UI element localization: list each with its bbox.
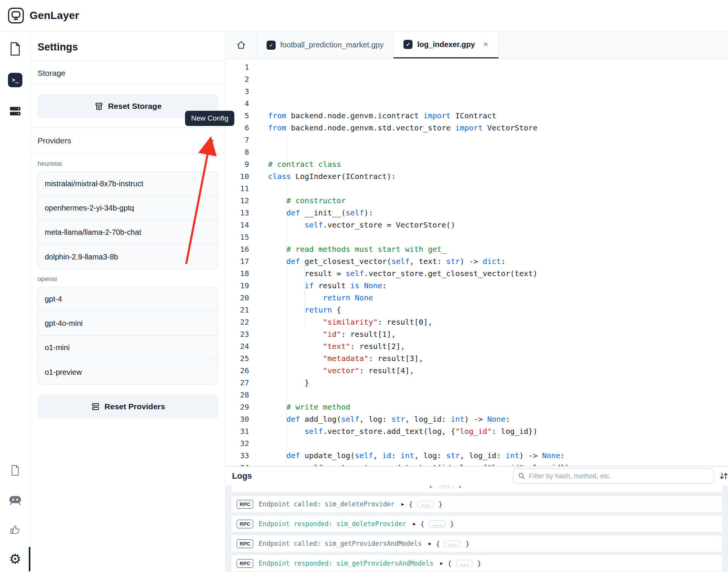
tab-strip: ✓football_prediction_market.gpy✓log_inde… — [226, 31, 728, 59]
provider-model-item[interactable]: meta-llama/llama-2-70b-chat — [38, 220, 218, 245]
line-number: 32 — [226, 437, 249, 449]
collapsed-json-pill[interactable]: ... — [456, 560, 472, 567]
code-line: def __init__(self): — [268, 207, 728, 219]
collapsed-json-pill[interactable]: ... — [437, 486, 453, 488]
provider-group-label: openai — [38, 275, 218, 283]
expand-icon[interactable]: ▶ — [413, 521, 416, 526]
code-line: def get_closest_vector(self, text: str) … — [268, 255, 728, 267]
code-line: if result is None: — [268, 280, 728, 292]
expand-icon[interactable]: ▶ — [440, 561, 443, 566]
main-layout: >_ — [0, 31, 728, 572]
line-number: 19 — [226, 280, 249, 292]
line-number: 26 — [226, 365, 249, 377]
add-provider-config-button[interactable]: + — [203, 133, 218, 148]
logs-header: Logs — [226, 467, 728, 486]
line-number: 27 — [226, 377, 249, 389]
tab-label: football_prediction_market.gpy — [280, 41, 383, 49]
code-line: from backend.node.genvm.std.vector_store… — [268, 122, 728, 134]
rail-item-storage[interactable] — [5, 101, 26, 122]
line-number: 29 — [226, 401, 249, 413]
rail-item-discord[interactable] — [5, 489, 26, 511]
rail-item-terminal[interactable]: >_ — [5, 69, 26, 91]
tab-close-icon[interactable]: × — [483, 39, 488, 49]
code-line: self.vector_store.add_text(log, {"log_id… — [268, 425, 728, 437]
code-line: "id": result[1], — [268, 328, 728, 340]
brand-name: GenLayer — [30, 9, 79, 22]
line-number: 14 — [226, 219, 249, 231]
provider-group-box: gpt-4gpt-4o-minio1-minio1-preview — [38, 287, 218, 385]
provider-groups: heuristaimistralai/mixtral-8x7b-instruct… — [31, 160, 225, 385]
home-tab[interactable] — [226, 31, 257, 58]
provider-model-item[interactable]: gpt-4o-mini — [38, 311, 218, 336]
collapsed-json-pill[interactable]: ... — [417, 501, 434, 508]
logs-list: {...}RPCEndpoint called: sim_deleteProvi… — [226, 486, 728, 572]
code-line: "similarity": result[0], — [268, 316, 728, 328]
code-line — [268, 134, 728, 146]
provider-model-item[interactable]: openhermes-2-yi-34b-gptq — [38, 196, 218, 220]
log-entry[interactable]: RPCEndpoint called: sim_deleteProvider▶{… — [231, 495, 723, 513]
provider-model-item[interactable]: mistralai/mixtral-8x7b-instruct — [38, 172, 218, 196]
code-line — [268, 146, 728, 158]
reset-storage-label: Reset Storage — [108, 102, 162, 111]
trash-archive-icon — [94, 102, 104, 111]
line-number: 7 — [226, 134, 249, 146]
logs-panel: Logs {...}RPCE — [226, 466, 728, 572]
gpy-file-icon: ✓ — [267, 41, 276, 50]
storage-drive-icon — [8, 104, 22, 118]
line-number: 34 — [226, 462, 249, 466]
rail-top-group: >_ — [5, 38, 26, 122]
line-number: 9 — [226, 158, 249, 170]
rpc-badge: RPC — [237, 500, 253, 509]
code-line: # write method — [268, 401, 728, 413]
rail-item-feedback[interactable] — [5, 519, 26, 540]
logs-filter — [513, 468, 714, 484]
tab-log_indexer.gpy[interactable]: ✓log_indexer.gpy× — [394, 31, 498, 58]
line-number: 33 — [226, 449, 249, 462]
log-entry[interactable]: RPCEndpoint called: sim_getProvidersAndM… — [231, 535, 723, 552]
brace-open: { — [428, 486, 433, 489]
line-number: 2 — [226, 73, 249, 85]
expand-icon[interactable]: ▶ — [402, 501, 404, 507]
collapsed-json-pill[interactable]: ... — [444, 540, 461, 547]
rail-item-contracts[interactable] — [5, 38, 26, 60]
log-entry[interactable]: RPCEndpoint responded: sim_getProvidersA… — [231, 555, 723, 572]
line-number: 11 — [226, 182, 249, 195]
code-line — [268, 182, 728, 195]
tab-football_prediction_market.gpy[interactable]: ✓football_prediction_market.gpy — [257, 31, 394, 58]
rail-item-docs[interactable] — [5, 460, 26, 481]
rail-item-settings[interactable]: ⚙ — [5, 548, 26, 570]
provider-model-item[interactable]: gpt-4 — [38, 287, 218, 311]
contract-file-icon — [8, 41, 22, 57]
line-number: 25 — [226, 352, 249, 365]
brace-close: } — [450, 520, 454, 528]
line-number: 8 — [226, 146, 249, 158]
reset-providers-button[interactable]: Reset Providers — [38, 394, 218, 419]
provider-model-item[interactable]: dolphin-2.9-llama3-8b — [38, 245, 218, 269]
provider-model-item[interactable]: o1-preview — [38, 360, 218, 384]
log-entry[interactable]: RPCEndpoint responded: sim_deleteProvide… — [231, 515, 723, 533]
provider-group-label: heuristai — [38, 160, 218, 168]
line-number: 28 — [226, 389, 249, 401]
code-line — [268, 231, 728, 243]
code-editor[interactable]: 1234567891011121314151617181920212223242… — [226, 59, 728, 466]
logs-filter-input[interactable] — [529, 472, 709, 480]
code-line — [268, 437, 728, 449]
brace-open: { — [420, 520, 425, 528]
sort-logs-icon[interactable] — [716, 470, 728, 482]
expand-icon[interactable]: ▶ — [428, 541, 431, 546]
terminal-icon: >_ — [8, 73, 22, 87]
indent-guide — [286, 134, 287, 462]
collapsed-json-pill[interactable]: ... — [429, 520, 445, 528]
providers-heading: Providers — [38, 136, 71, 145]
icon-rail: >_ — [0, 31, 30, 572]
log-text: Endpoint called: sim_deleteProvider — [259, 500, 394, 508]
brand[interactable]: GenLayer — [8, 7, 79, 24]
rpc-badge: RPC — [237, 520, 253, 528]
line-number: 22 — [226, 316, 249, 328]
search-icon — [518, 472, 526, 480]
provider-model-item[interactable]: o1-mini — [38, 336, 218, 360]
app-header: GenLayer — [0, 0, 728, 31]
discord-icon — [9, 495, 22, 505]
code-line: def add_log(self, log: str, log_id: int)… — [268, 413, 728, 425]
log-entry[interactable]: {...} — [231, 486, 723, 493]
